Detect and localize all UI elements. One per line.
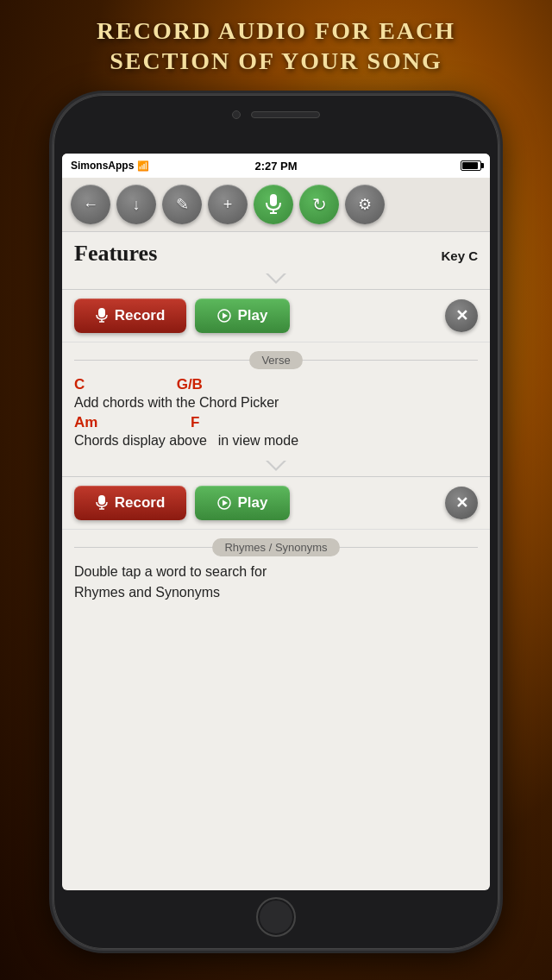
arrow-down-icon-1 [266,273,286,284]
verse-label-row: Verse [62,342,490,369]
svg-rect-3 [98,308,105,317]
arrow-divider-2 [62,461,490,477]
record-button-2[interactable]: Record [74,486,186,520]
battery-area [344,160,481,171]
status-bar: SimonsApps 📶 2:27 PM [62,154,490,178]
divider-left-rhymes [74,547,212,548]
chord-line-1: C G/B [74,376,478,393]
lyric-line-2: Chords display above in view mode [74,433,478,449]
rhymes-text-2: Rhymes and Synonyms [74,582,478,603]
top-heading-line2: SECTION OF YOUR SONG [110,47,442,74]
settings-button[interactable]: ⚙ [345,185,385,224]
lyric-line-1: Add chords with the Chord Picker [74,395,478,411]
chord-line-2: Am F [74,414,478,431]
time-display: 2:27 PM [208,160,345,173]
record-label-2: Record [115,494,166,512]
play-label-1: Play [238,307,268,324]
lyric-view-mode: in view mode [218,433,298,448]
rhymes-text-1: Double tap a word to search for [74,562,478,582]
record-row-1: Record Play ✕ [62,290,490,342]
play-button-2[interactable]: Play [195,486,290,520]
carrier-text: SimonsApps [71,160,134,172]
down-button[interactable]: ↓ [116,185,156,224]
chord-gb: G/B [177,376,203,393]
carrier-area: SimonsApps 📶 [71,160,208,172]
play-label-2: Play [238,494,268,512]
svg-marker-12 [223,500,228,506]
edit-button[interactable]: ✎ [162,185,202,224]
close-button-1[interactable]: ✕ [445,299,478,332]
close-button-2[interactable]: ✕ [445,487,478,519]
arrow-down-icon-2 [266,461,286,471]
microphone-icon [265,194,282,215]
rhymes-label-row: Rhymes / Synonyms [62,530,490,556]
chord-c: C [74,376,85,393]
loop-button[interactable]: ↻ [299,185,339,224]
record-button-1[interactable]: Record [74,298,186,333]
verse-pill: Verse [249,351,302,369]
play-button-1[interactable]: Play [195,298,290,333]
chord-am: Am [74,414,97,431]
phone-screen: SimonsApps 📶 2:27 PM ← ↓ ✎ + [62,154,490,890]
key-label: Key C [441,248,478,263]
top-heading: RECORD AUDIO FOR EACH SECTION OF YOUR SO… [0,16,552,76]
arrow-divider-1 [62,273,490,290]
divider-right-rhymes [340,547,478,548]
record-row-2: Record Play ✕ [62,477,490,530]
lyric-chords-display: Chords display above [74,433,207,448]
rhymes-area: Double tap a word to search for Rhymes a… [62,556,490,612]
play-icon-2 [217,496,231,510]
chord-f: F [191,414,199,431]
chord-lyrics-area: C G/B Add chords with the Chord Picker A… [62,369,490,461]
mic-icon-record-2 [96,495,108,511]
battery-icon [461,160,481,171]
top-heading-line1: RECORD AUDIO FOR EACH [97,17,455,44]
play-icon-1 [217,309,231,323]
phone-frame: SimonsApps 📶 2:27 PM ← ↓ ✎ + [53,95,499,949]
toolbar: ← ↓ ✎ + ↻ ⚙ [62,178,490,232]
divider-left-verse [74,360,249,361]
svg-rect-0 [270,194,277,206]
add-button[interactable]: + [208,185,248,224]
back-button[interactable]: ← [71,185,110,224]
wifi-icon: 📶 [137,160,149,172]
svg-marker-7 [223,313,228,319]
svg-rect-8 [98,495,105,505]
mic-icon-record-1 [96,308,108,324]
camera [232,110,241,119]
home-button[interactable] [256,897,296,937]
title-area: Features Key C [62,232,490,273]
microphone-button[interactable] [254,185,293,224]
divider-right-verse [303,360,478,361]
rhymes-pill: Rhymes / Synonyms [212,538,339,556]
page-title: Features [74,241,157,267]
record-label-1: Record [115,307,166,324]
speaker [251,111,320,118]
